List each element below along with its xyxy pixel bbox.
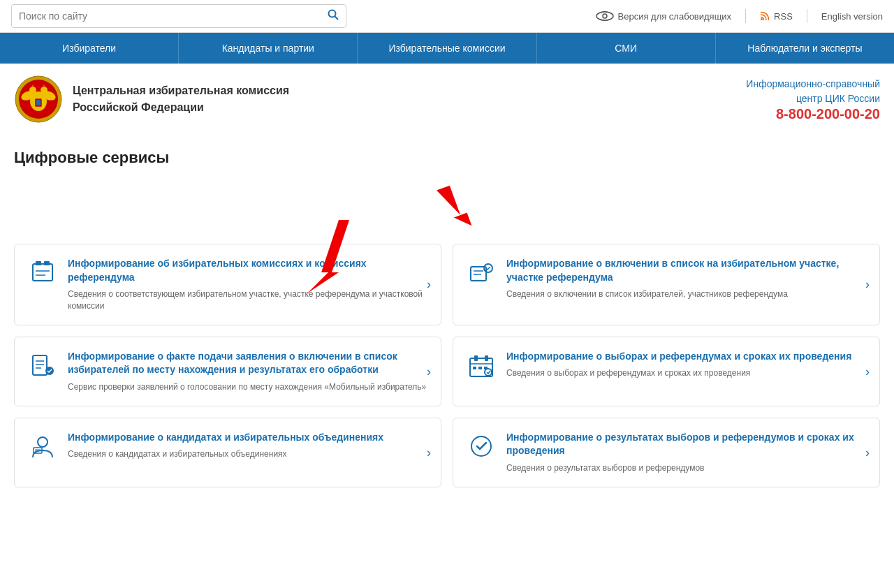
svg-rect-17 bbox=[33, 264, 52, 281]
nav-bar: Избиратели Кандидаты и партии Избиратель… bbox=[0, 33, 894, 64]
svg-rect-15 bbox=[36, 100, 41, 105]
card-inclusion[interactable]: Информирование о включении в список на и… bbox=[453, 244, 880, 325]
card-results[interactable]: Информирование о результатах выборов и р… bbox=[453, 418, 880, 487]
nav-item-commissions[interactable]: Избирательные комиссии bbox=[358, 33, 536, 64]
svg-line-1 bbox=[335, 17, 339, 20]
rss-label: RSS bbox=[774, 11, 793, 22]
org-name: Центральная избирательная комиссия Росси… bbox=[73, 82, 289, 116]
svg-point-10 bbox=[29, 87, 36, 94]
nav-item-voters[interactable]: Избиратели bbox=[0, 33, 179, 64]
rss-icon bbox=[760, 11, 770, 21]
card-arrow-1: › bbox=[427, 277, 431, 292]
top-bar: Версия для слабовидящих RSS English vers… bbox=[0, 0, 894, 33]
nav-item-media[interactable]: СМИ bbox=[537, 33, 716, 64]
vision-link[interactable]: Версия для слабовидящих bbox=[596, 11, 732, 22]
card-arrow-5: › bbox=[427, 445, 431, 460]
card-desc-4: Сведения о выборах и референдумах и срок… bbox=[506, 367, 867, 379]
svg-point-0 bbox=[329, 10, 336, 17]
card-title-5: Информирование о кандидатах и избиратель… bbox=[68, 431, 428, 445]
card-title-6: Информирование о результатах выборов и р… bbox=[506, 431, 867, 458]
red-arrow-annotation bbox=[14, 181, 880, 237]
svg-point-4 bbox=[761, 18, 763, 20]
card-commissions[interactable]: Информирование об избирательных комиссия… bbox=[14, 244, 441, 325]
card-title-3: Информирование о факте подачи заявления … bbox=[68, 350, 428, 377]
card-application[interactable]: Информирование о факте подачи заявления … bbox=[14, 337, 441, 406]
svg-rect-34 bbox=[485, 355, 488, 361]
card-arrow-4: › bbox=[865, 364, 870, 378]
card-icon-4 bbox=[466, 350, 497, 381]
svg-rect-19 bbox=[44, 261, 50, 265]
svg-point-3 bbox=[603, 14, 607, 18]
nav-item-candidates[interactable]: Кандидаты и партии bbox=[179, 33, 358, 64]
card-icon-6 bbox=[466, 431, 497, 462]
list-icon bbox=[467, 258, 495, 286]
card-candidates[interactable]: Информирование о кандидатах и избиратель… bbox=[14, 418, 441, 487]
cards-grid: Информирование об избирательных комиссия… bbox=[14, 244, 880, 487]
red-arrow-icon bbox=[419, 181, 475, 237]
header-section: Центральная избирательная комиссия Росси… bbox=[0, 64, 894, 135]
card-arrow-3: › bbox=[427, 364, 431, 378]
svg-marker-16 bbox=[437, 183, 471, 233]
search-button[interactable] bbox=[321, 5, 346, 27]
card-body-6: Информирование о результатах выборов и р… bbox=[506, 431, 867, 474]
card-desc-5: Сведения о кандидатах и избирательных об… bbox=[68, 448, 428, 460]
card-icon-5 bbox=[27, 431, 58, 462]
results-icon bbox=[467, 432, 495, 460]
card-desc-3: Сервис проверки заявлений о голосовании … bbox=[68, 381, 428, 393]
card-title-1: Информирование об избирательных комиссия… bbox=[68, 257, 428, 284]
search-container bbox=[11, 4, 346, 28]
card-body-2: Информирование о включении в список на и… bbox=[506, 257, 867, 300]
card-arrow-2: › bbox=[865, 277, 870, 292]
calendar-icon bbox=[467, 351, 495, 379]
card-icon-2 bbox=[466, 257, 497, 288]
document-icon bbox=[29, 351, 57, 379]
nav-item-observers[interactable]: Наблюдатели и эксперты bbox=[716, 33, 894, 64]
info-phone: 8-800-200-00-20 bbox=[746, 106, 880, 122]
search-input[interactable] bbox=[12, 6, 321, 26]
svg-rect-18 bbox=[36, 261, 41, 265]
emblem-icon bbox=[14, 75, 63, 124]
svg-point-39 bbox=[38, 437, 47, 447]
svg-rect-35 bbox=[473, 367, 476, 369]
vision-icon bbox=[596, 11, 614, 21]
top-bar-right: Версия для слабовидящих RSS English vers… bbox=[596, 9, 884, 23]
card-body-1: Информирование об избирательных комиссия… bbox=[68, 257, 428, 312]
card-body-5: Информирование о кандидатах и избиратель… bbox=[68, 431, 428, 460]
card-desc-1: Сведения о соответствующем избирательном… bbox=[68, 288, 428, 312]
divider2 bbox=[807, 9, 807, 23]
svg-rect-36 bbox=[478, 367, 482, 369]
svg-point-43 bbox=[471, 436, 491, 456]
card-title-4: Информирование о выборах и референдумах … bbox=[506, 350, 867, 364]
card-desc-6: Сведения о результатах выборов и референ… bbox=[506, 462, 867, 474]
rss-link[interactable]: RSS bbox=[760, 11, 793, 22]
card-body-3: Информирование о факте подачи заявления … bbox=[68, 350, 428, 393]
section-title: Цифровые сервисы bbox=[14, 149, 880, 167]
card-elections[interactable]: Информирование о выборах и референдумах … bbox=[453, 337, 880, 406]
card-icon-1 bbox=[27, 257, 58, 288]
main-content: Цифровые сервисы Информирование об избир… bbox=[0, 135, 894, 501]
svg-point-38 bbox=[485, 369, 492, 376]
english-label: English version bbox=[821, 11, 883, 22]
search-icon bbox=[328, 9, 339, 20]
divider bbox=[745, 9, 746, 23]
card-desc-2: Сведения о включении в список избирателе… bbox=[506, 288, 867, 300]
vision-label: Версия для слабовидящих bbox=[618, 11, 732, 22]
logo-area: Центральная избирательная комиссия Росси… bbox=[14, 75, 289, 124]
card-title-2: Информирование о включении в список на и… bbox=[506, 257, 867, 284]
svg-point-11 bbox=[41, 87, 47, 94]
card-body-4: Информирование о выборах и референдумах … bbox=[506, 350, 867, 379]
card-icon-3 bbox=[27, 350, 58, 381]
info-center: Информационно-справочный центр ЦИК Росси… bbox=[746, 77, 880, 122]
english-link[interactable]: English version bbox=[821, 11, 883, 22]
card-arrow-6: › bbox=[865, 445, 870, 460]
svg-rect-33 bbox=[474, 355, 478, 361]
info-center-link[interactable]: Информационно-справочный центр ЦИК Росси… bbox=[746, 77, 880, 106]
commission-icon bbox=[29, 258, 57, 286]
person-icon bbox=[29, 432, 57, 460]
svg-rect-26 bbox=[33, 355, 47, 375]
